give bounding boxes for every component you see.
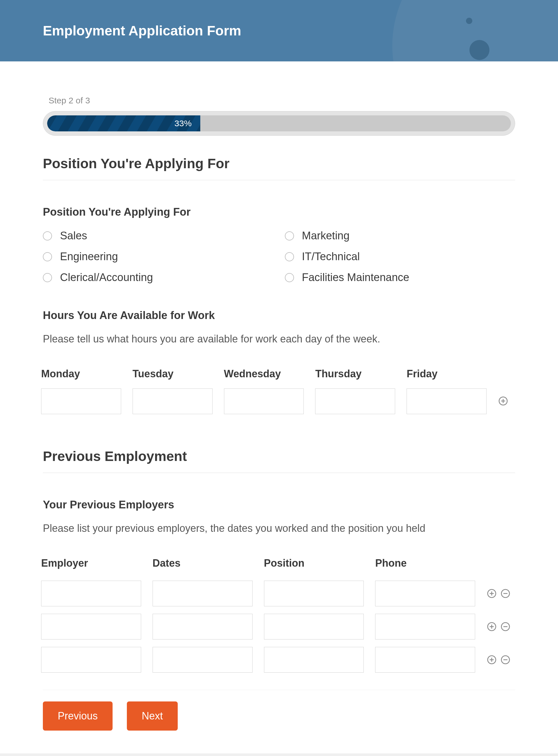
day-header-wednesday: Wednesday bbox=[224, 368, 304, 380]
next-button[interactable]: Next bbox=[127, 701, 178, 731]
dates-input[interactable] bbox=[153, 581, 253, 606]
position-input[interactable] bbox=[264, 647, 364, 673]
helper-text-previous-employers: Please list your previous employers, the… bbox=[43, 522, 515, 535]
radio-icon[interactable] bbox=[43, 273, 52, 282]
radio-label: Clerical/Accounting bbox=[60, 271, 153, 284]
radio-label: Marketing bbox=[302, 230, 350, 242]
radio-label: Facilities Maintenance bbox=[302, 271, 409, 284]
radio-option-marketing[interactable]: Marketing bbox=[285, 230, 515, 242]
radio-icon[interactable] bbox=[43, 252, 52, 261]
progress-fill: 33% bbox=[47, 115, 200, 131]
radio-option-facilities-maintenance[interactable]: Facilities Maintenance bbox=[285, 271, 515, 284]
remove-row-icon[interactable] bbox=[500, 588, 511, 599]
radio-icon[interactable] bbox=[285, 252, 294, 261]
question-label-previous-employers: Your Previous Employers bbox=[43, 499, 515, 511]
dates-input[interactable] bbox=[153, 614, 253, 640]
remove-row-icon[interactable] bbox=[500, 622, 511, 632]
day-header-tuesday: Tuesday bbox=[132, 368, 212, 380]
employer-input[interactable] bbox=[41, 581, 141, 606]
hours-input-wednesday[interactable] bbox=[224, 388, 304, 414]
radio-icon[interactable] bbox=[285, 231, 294, 240]
radio-option-clerical-accounting[interactable]: Clerical/Accounting bbox=[43, 271, 274, 284]
hours-input-friday[interactable] bbox=[407, 388, 487, 414]
section-title-previous-employment: Previous Employment bbox=[43, 448, 515, 473]
progress-percent: 33% bbox=[175, 119, 192, 128]
radio-label: Sales bbox=[60, 230, 87, 242]
section-title-position: Position You're Applying For bbox=[43, 156, 515, 180]
divider bbox=[43, 690, 515, 690]
radio-label: Engineering bbox=[60, 251, 118, 263]
phone-input[interactable] bbox=[375, 647, 475, 673]
day-header-thursday: Thursday bbox=[315, 368, 395, 380]
employer-input[interactable] bbox=[41, 614, 141, 640]
add-row-icon[interactable] bbox=[487, 655, 497, 665]
hours-input-thursday[interactable] bbox=[315, 388, 395, 414]
add-row-icon[interactable] bbox=[487, 622, 497, 632]
question-label-position: Position You're Applying For bbox=[43, 206, 515, 218]
dates-input[interactable] bbox=[153, 647, 253, 673]
step-label: Step 2 of 3 bbox=[49, 96, 515, 105]
header-decoration-dot bbox=[470, 40, 489, 60]
column-header-position: Position bbox=[264, 557, 364, 569]
phone-input[interactable] bbox=[375, 614, 475, 640]
day-header-friday: Friday bbox=[407, 368, 487, 380]
radio-label: IT/Technical bbox=[302, 251, 360, 263]
hours-input-tuesday[interactable] bbox=[132, 388, 212, 414]
radio-icon[interactable] bbox=[285, 273, 294, 282]
form-title: Employment Application Form bbox=[43, 23, 515, 38]
progress-bar: 33% bbox=[43, 111, 515, 136]
position-input[interactable] bbox=[264, 614, 364, 640]
remove-row-icon[interactable] bbox=[500, 655, 511, 665]
add-row-icon[interactable] bbox=[487, 588, 497, 599]
employer-input[interactable] bbox=[41, 647, 141, 673]
column-header-employer: Employer bbox=[41, 557, 141, 569]
add-row-icon[interactable] bbox=[498, 396, 508, 406]
radio-option-sales[interactable]: Sales bbox=[43, 230, 274, 242]
hours-input-monday[interactable] bbox=[41, 388, 121, 414]
column-header-phone: Phone bbox=[375, 557, 475, 569]
day-header-monday: Monday bbox=[41, 368, 121, 380]
phone-input[interactable] bbox=[375, 581, 475, 606]
question-label-hours: Hours You Are Available for Work bbox=[43, 309, 515, 321]
radio-option-engineering[interactable]: Engineering bbox=[43, 251, 274, 263]
form-header: Employment Application Form bbox=[0, 0, 558, 61]
position-input[interactable] bbox=[264, 581, 364, 606]
previous-button[interactable]: Previous bbox=[43, 701, 112, 731]
radio-icon[interactable] bbox=[43, 231, 52, 240]
column-header-dates: Dates bbox=[153, 557, 253, 569]
helper-text-hours: Please tell us what hours you are availa… bbox=[43, 333, 515, 345]
radio-option-it-technical[interactable]: IT/Technical bbox=[285, 251, 515, 263]
